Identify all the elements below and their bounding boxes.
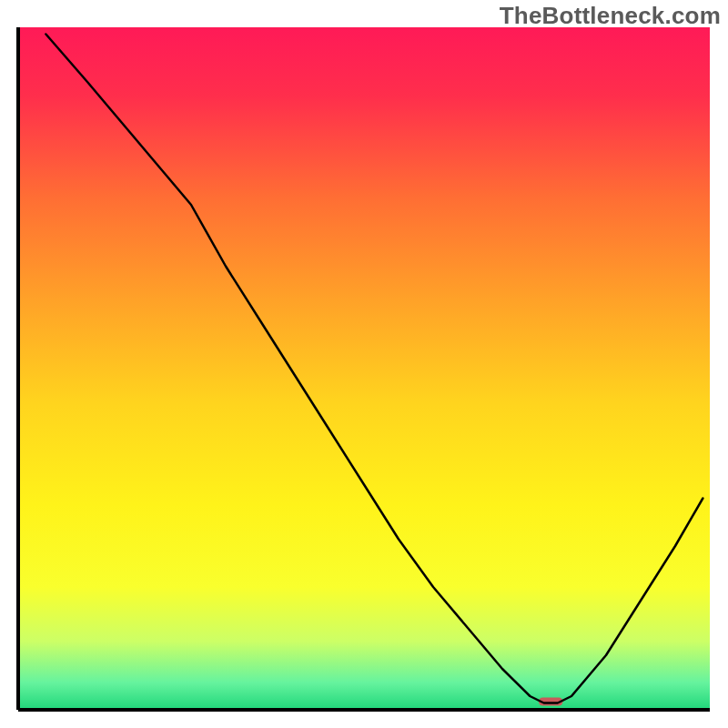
chart-svg: [0, 0, 728, 728]
chart-background: [18, 27, 710, 710]
plot-area: [18, 27, 710, 710]
watermark-label: TheBottleneck.com: [500, 2, 721, 30]
chart-root: TheBottleneck.com: [0, 0, 728, 728]
